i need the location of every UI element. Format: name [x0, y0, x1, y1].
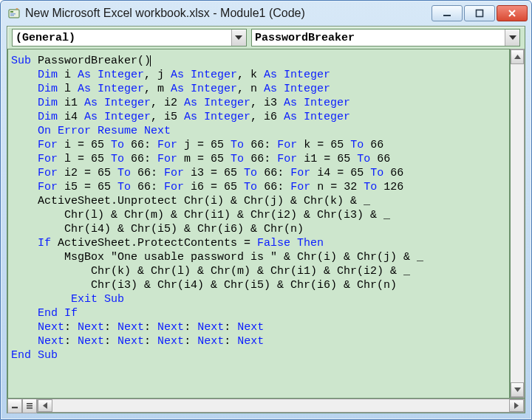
code-token: 66:	[257, 167, 290, 179]
code-token: i2 = 65	[58, 167, 117, 179]
code-token: 66	[364, 139, 383, 151]
code-line[interactable]: Dim l As Integer, m As Integer, n As Int…	[11, 82, 506, 96]
code-line[interactable]: For i2 = 65 To 66: For i3 = 65 To 66: Fo…	[11, 166, 506, 180]
keyword-token: Dim	[38, 69, 58, 81]
code-token: 66	[370, 153, 390, 165]
code-line[interactable]: For i = 65 To 66: For j = 65 To 66: For …	[11, 138, 506, 152]
code-token	[11, 293, 71, 306]
code-line[interactable]: For l = 65 To 66: For m = 65 To 66: For …	[11, 152, 506, 166]
scroll-track[interactable]	[52, 399, 509, 412]
code-token	[11, 111, 38, 123]
procedure-combo-value: PasswordBreaker	[255, 32, 355, 44]
code-line[interactable]: ActiveSheet.Unprotect Chr(i) & Chr(j) & …	[11, 194, 506, 208]
code-token: Chr(i3) & Chr(i4) & Chr(i5) & Chr(i6) & …	[11, 279, 397, 292]
code-line[interactable]: Chr(k) & Chr(l) & Chr(m) & Chr(i1) & Chr…	[11, 264, 506, 278]
code-line[interactable]: For i5 = 65 To 66: For i6 = 65 To 66: Fo…	[11, 180, 506, 194]
code-line[interactable]: MsgBox "One usable password is " & Chr(i…	[11, 250, 506, 264]
scroll-left-button[interactable]	[38, 399, 52, 412]
code-editor[interactable]: Sub PasswordBreaker() Dim i As Integer, …	[7, 49, 510, 398]
keyword-token: As Integer	[184, 97, 250, 109]
code-line[interactable]: End If	[11, 306, 506, 320]
window-controls	[432, 5, 528, 21]
code-token: , m	[144, 83, 171, 95]
full-module-view-button[interactable]	[22, 399, 37, 413]
dropdown-arrow-icon[interactable]	[231, 30, 246, 46]
keyword-token: For	[38, 139, 58, 151]
code-line[interactable]: Next: Next: Next: Next: Next: Next	[11, 320, 506, 334]
keyword-token: As Integer	[284, 111, 350, 123]
keyword-token: To	[364, 181, 377, 193]
code-token: l = 65	[58, 153, 111, 165]
code-line[interactable]: Chr(i3) & Chr(i4) & Chr(i5) & Chr(i6) & …	[11, 278, 506, 292]
code-token	[11, 167, 38, 179]
keyword-token: False Then	[257, 237, 324, 249]
maximize-button[interactable]	[464, 5, 495, 21]
code-token	[11, 237, 38, 249]
code-line[interactable]: End Sub	[11, 348, 506, 362]
code-token: Chr(i4) & Chr(i5) & Chr(i6) & Chr(n)	[11, 223, 304, 235]
keyword-token: For	[157, 139, 177, 151]
keyword-token: Dim	[38, 97, 58, 109]
keyword-token: For	[277, 139, 297, 151]
code-token: i4	[58, 111, 84, 123]
code-line[interactable]: Dim i As Integer, j As Integer, k As Int…	[11, 68, 506, 82]
code-token: PasswordBreaker()	[31, 55, 151, 67]
close-button[interactable]	[497, 5, 528, 21]
keyword-token: Next	[38, 335, 64, 348]
scroll-right-button[interactable]	[509, 399, 524, 412]
scroll-track[interactable]	[511, 64, 524, 382]
keyword-token: End If	[38, 307, 78, 320]
vba-code-window: New Microsoft Excel workbook.xlsx - Modu…	[0, 0, 532, 420]
code-line[interactable]: Sub PasswordBreaker()	[11, 54, 506, 68]
keyword-token: As Integer	[284, 97, 350, 109]
horizontal-scrollbar[interactable]	[37, 399, 525, 413]
code-line[interactable]: If ActiveSheet.ProtectContents = False T…	[11, 236, 506, 250]
titlebar[interactable]: New Microsoft Excel workbook.xlsx - Modu…	[1, 1, 531, 25]
window-title: New Microsoft Excel workbook.xlsx - Modu…	[25, 7, 432, 20]
minimize-button[interactable]	[432, 5, 463, 21]
code-line[interactable]: Chr(i4) & Chr(i5) & Chr(i6) & Chr(n)	[11, 222, 506, 236]
scroll-up-button[interactable]	[511, 49, 524, 64]
keyword-token: For	[290, 167, 310, 179]
keyword-token: As Integer	[184, 111, 250, 123]
keyword-token: For	[38, 153, 58, 165]
code-token	[11, 335, 38, 348]
keyword-token: For	[164, 181, 184, 193]
procedure-combo[interactable]: PasswordBreaker	[251, 29, 520, 47]
code-token: :	[144, 321, 157, 334]
svg-rect-7	[27, 403, 33, 404]
code-token: , i6	[250, 111, 284, 123]
keyword-token: For	[164, 167, 184, 179]
bottom-row	[7, 398, 525, 413]
code-token: i4 = 65	[310, 167, 370, 179]
procedure-view-button[interactable]	[7, 399, 22, 413]
object-combo[interactable]: (General)	[12, 29, 247, 47]
code-token: l	[58, 83, 78, 95]
dropdown-arrow-icon[interactable]	[505, 30, 519, 46]
code-token: :	[224, 321, 237, 334]
vertical-scrollbar[interactable]	[510, 49, 525, 398]
svg-rect-2	[10, 13, 16, 15]
keyword-token: As Integer	[84, 111, 151, 123]
code-token: 126	[377, 181, 403, 193]
code-line[interactable]: Next: Next: Next: Next: Next: Next	[11, 334, 506, 348]
keyword-token: To	[231, 153, 244, 165]
app-icon	[7, 7, 21, 20]
keyword-token: To	[111, 153, 124, 165]
keyword-token: As Integer	[264, 69, 330, 81]
code-line[interactable]: Exit Sub	[11, 292, 506, 306]
scroll-down-button[interactable]	[511, 382, 524, 397]
code-token: j = 65	[177, 139, 231, 151]
code-line[interactable]: Chr(l) & Chr(m) & Chr(i1) & Chr(i2) & Ch…	[11, 208, 506, 222]
keyword-token: To	[117, 167, 131, 179]
code-line[interactable]: On Error Resume Next	[11, 124, 506, 138]
code-token: 66	[383, 167, 403, 179]
code-line[interactable]: Dim i4 As Integer, i5 As Integer, i6 As …	[11, 110, 506, 124]
code-token: :	[184, 335, 197, 348]
svg-rect-1	[10, 11, 13, 13]
keyword-token: Dim	[38, 111, 58, 123]
code-token: , i2	[151, 97, 184, 109]
view-mode-buttons	[7, 399, 37, 413]
code-line[interactable]: Dim i1 As Integer, i2 As Integer, i3 As …	[11, 96, 506, 110]
code-token: 66:	[124, 139, 157, 151]
